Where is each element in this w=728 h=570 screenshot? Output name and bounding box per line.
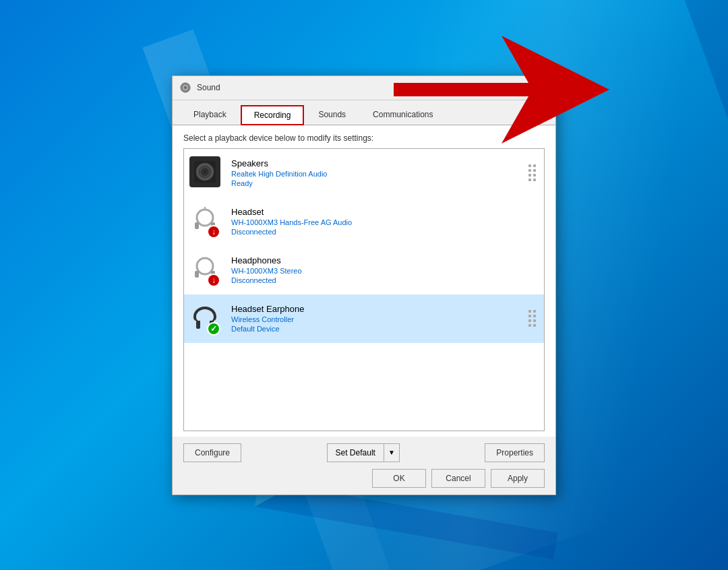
tab-communications[interactable]: Communications [360, 105, 446, 125]
set-default-group: Set Default ▼ [327, 443, 400, 462]
properties-button[interactable]: Properties [485, 443, 545, 462]
speakers-name: Speakers [231, 158, 526, 168]
bottom-row2: OK Cancel Apply [183, 469, 545, 488]
dialog-content: Select a playback device below to modify… [173, 125, 555, 437]
headphones-name: Headphones [231, 255, 539, 265]
headphones-info: Headphones WH-1000XM3 Stereo Disconnecte… [231, 255, 539, 284]
headset-status-badge: ↓ [207, 225, 220, 239]
speaker-icon [189, 156, 220, 187]
set-default-button[interactable]: Set Default [327, 443, 384, 462]
svg-rect-14 [195, 271, 199, 278]
tab-playback[interactable]: Playback [181, 105, 239, 125]
headset-earphone-icon-wrapper: ✓ [189, 302, 223, 336]
tabs-bar: Playback Recording Sounds Communications [173, 100, 555, 125]
headset-earphone-status: Default Device [231, 325, 526, 333]
headphones-status: Disconnected [231, 276, 539, 284]
apply-button[interactable]: Apply [491, 469, 545, 488]
device-item-headset-earphone[interactable]: ✓ Headset Earphone Wireless Controller D… [184, 294, 544, 343]
dialog-bottom: Configure Set Default ▼ Properties OK Ca… [173, 437, 555, 495]
headphones-desc: WH-1000XM3 Stereo [231, 267, 539, 275]
bottom-row1: Configure Set Default ▼ Properties [183, 443, 545, 462]
instruction-text: Select a playback device below to modify… [183, 133, 545, 143]
svg-point-8 [204, 170, 206, 173]
headset-earphone-context-dots [526, 307, 539, 329]
svg-rect-10 [195, 222, 199, 229]
empty-list-space [184, 343, 544, 431]
tab-recording[interactable]: Recording [241, 105, 305, 125]
dialog-title: Sound [197, 83, 220, 92]
svg-point-9 [197, 210, 213, 226]
headphones-icon-wrapper: ↓ [189, 253, 223, 287]
device-list: Speakers Realtek High Definition Audio R… [183, 148, 545, 431]
headset-earphone-status-badge: ✓ [207, 322, 220, 336]
title-bar: Sound ✕ [173, 76, 555, 100]
headset-earphone-info: Headset Earphone Wireless Controller Def… [231, 304, 526, 333]
headset-icon-wrapper: ↓ [189, 205, 223, 239]
configure-button[interactable]: Configure [183, 443, 241, 462]
device-item-headphones[interactable]: ↓ Headphones WH-1000XM3 Stereo Disconnec… [184, 246, 544, 294]
device-item-headset[interactable]: ↓ Headset WH-1000XM3 Hands-Free AG Audio… [184, 197, 544, 246]
speaker-icon-wrapper [189, 156, 223, 190]
speakers-info: Speakers Realtek High Definition Audio R… [231, 158, 526, 187]
speakers-context-dots [526, 162, 539, 184]
device-item-speakers[interactable]: Speakers Realtek High Definition Audio R… [184, 149, 544, 197]
headset-earphone-name: Headset Earphone [231, 304, 526, 314]
speakers-desc: Realtek High Definition Audio [231, 170, 526, 178]
headset-desc: WH-1000XM3 Hands-Free AG Audio [231, 218, 539, 226]
sound-icon [179, 82, 191, 94]
headset-info: Headset WH-1000XM3 Hands-Free AG Audio D… [231, 207, 539, 236]
sound-dialog: Sound ✕ Playback Recording Sounds Commun… [172, 75, 556, 495]
cancel-button[interactable]: Cancel [431, 469, 485, 488]
speakers-status: Ready [231, 179, 526, 187]
set-default-dropdown[interactable]: ▼ [384, 443, 400, 462]
tab-sounds[interactable]: Sounds [305, 105, 359, 125]
svg-point-13 [197, 258, 213, 274]
headphones-status-badge: ↓ [207, 274, 220, 287]
close-button[interactable]: ✕ [531, 79, 549, 96]
headset-earphone-desc: Wireless Controller [231, 315, 526, 323]
headset-status: Disconnected [231, 228, 539, 236]
headset-name: Headset [231, 207, 539, 217]
svg-point-3 [184, 86, 187, 89]
ok-button[interactable]: OK [372, 469, 426, 488]
